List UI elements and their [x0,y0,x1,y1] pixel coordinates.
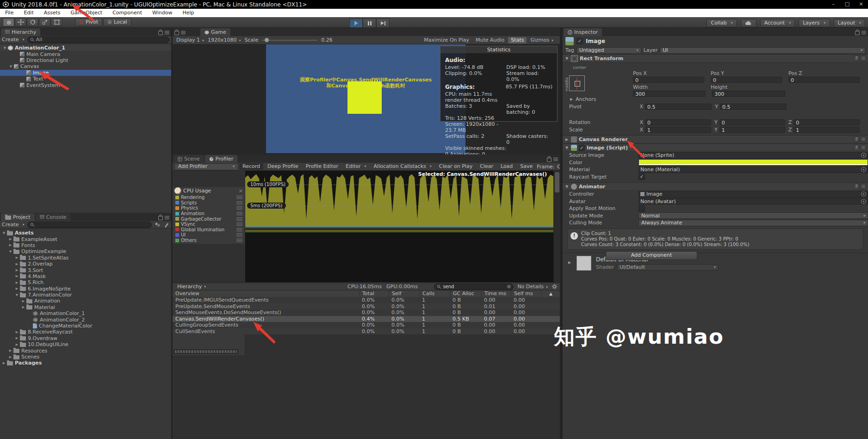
legend-drag-handle-icon[interactable] [236,217,242,221]
foldout-arrow-icon[interactable]: ▶ [20,305,26,309]
hierarchy-tree-item[interactable]: ▼ Canvas [0,63,171,69]
scrollbar-thumb[interactable] [555,172,559,192]
project-create-button[interactable]: Create [2,222,25,228]
hierarchy-tree-item[interactable]: Main Camera [0,51,171,57]
foldout-arrow-icon[interactable]: ▼ [564,56,569,61]
display-dropdown[interactable]: Display 1 [176,37,204,43]
resolution-dropdown[interactable]: 1920x1080 [208,37,241,43]
col-self[interactable]: Self [389,291,419,297]
foldout-arrow-icon[interactable]: ▼ [8,65,14,68]
object-picker-icon[interactable] [861,199,866,204]
project-tree-item[interactable]: ▶ 1.SetSpriteAtlas [0,255,171,261]
close-icon[interactable]: × [239,188,243,194]
project-tree-item[interactable]: ▶ Animation [0,298,171,304]
foldout-arrow-icon[interactable]: ▶ [14,256,20,260]
pause-button[interactable] [363,19,376,28]
panel-menu-icon[interactable] [862,31,866,35]
pos-z-field[interactable]: 0 [788,77,860,83]
maximize-button[interactable]: □ [840,0,854,9]
col-gc-alloc[interactable]: GC Alloc [450,291,481,297]
foldout-arrow-icon[interactable]: ▶ [14,281,20,284]
cpu-legend-item[interactable]: Others [175,238,245,243]
foldout-arrow-icon[interactable]: ▼ [564,185,569,189]
legend-drag-handle-icon[interactable] [236,206,242,210]
shader-dropdown[interactable]: UI/Default [617,264,719,271]
foldout-arrow-icon[interactable]: ▶ [14,336,20,340]
legend-drag-handle-icon[interactable] [236,233,242,236]
cpu-legend-item[interactable]: Scripts [175,200,245,206]
legend-horizontal-scrollbar[interactable] [174,349,238,354]
hierarchy-tree-item[interactable]: EventSystem [0,82,171,88]
pos-y-field[interactable]: 0 [711,77,782,83]
material-field[interactable]: None (Material) [639,167,868,173]
game-view-toggle-button[interactable]: Maximize On Play [421,37,472,43]
rotation-z-field[interactable]: 0 [794,119,860,125]
project-search-field[interactable] [27,222,152,228]
lock-icon[interactable] [174,31,179,35]
cloud-button[interactable] [741,19,756,27]
raycast-target-checkbox[interactable]: ✓ [639,173,645,180]
step-button[interactable] [376,19,390,28]
avatar-field[interactable]: None (Avatar) [639,198,868,204]
tab-hierarchy[interactable]: Hierarchy [1,28,40,36]
help-icon[interactable]: ? [854,145,859,150]
tab-project[interactable]: Project [1,213,35,221]
col-overview[interactable]: Overview [173,291,359,297]
details-view-dropdown[interactable]: No Details [517,284,548,290]
update-mode-dropdown[interactable]: Normal [639,212,868,219]
project-tree-item[interactable]: AnimationColor_2 [0,316,171,322]
pivot-y-field[interactable]: 0.5 [720,104,787,110]
hierarchy-search-scope[interactable]: All [36,37,43,43]
project-tree-item[interactable]: ▶ Scenes [0,354,171,360]
profiler-table-row[interactable]: Canvas.SendWillRenderCanvases() 0.4% 0.0… [173,316,560,322]
project-tree-item[interactable]: ▶ 3.Sort [0,267,171,273]
panel-menu-icon[interactable] [165,216,169,220]
pos-x-field[interactable]: 0 [633,77,704,83]
profiler-toolbar-button[interactable]: Load [497,163,516,170]
asset-type-icon[interactable] [164,222,169,228]
foldout-arrow-icon[interactable]: ▶ [20,299,26,303]
hierarchy-tree-item[interactable]: Directional Light [0,57,171,63]
scale-y-field[interactable]: 1 [719,127,786,133]
asset-labels-icon[interactable] [155,222,161,228]
tab-inspector[interactable]: Inspector [564,28,602,36]
anchor-preset-widget[interactable] [569,75,585,91]
foldout-arrow-icon[interactable]: ▶ [7,355,13,359]
play-button[interactable] [349,19,363,28]
apply-root-motion-checkbox[interactable] [639,205,645,212]
tab-scene[interactable]: Scene [174,155,204,163]
active-checkbox[interactable]: ✓ [577,38,583,44]
cpu-legend-item[interactable]: Rendering [175,195,245,200]
profiler-toolbar-button[interactable]: Editor [342,163,370,170]
layout-dropdown[interactable]: Layout [834,19,865,27]
object-picker-icon[interactable] [861,192,866,197]
gear-icon[interactable]: ⁙ [861,136,866,142]
gear-icon[interactable]: ⁙ [861,145,866,150]
rotate-tool-button[interactable] [27,18,38,26]
account-dropdown[interactable]: Account [760,19,795,27]
project-tree-item[interactable]: ▼ 7.AnimationColor [0,292,171,298]
lock-icon[interactable] [547,158,552,162]
foldout-arrow-icon[interactable]: ▼ [2,46,8,50]
hierarchy-create-button[interactable]: Create [2,37,25,43]
project-tree-item[interactable]: ▶ Material [0,304,171,310]
menu-item[interactable]: Help [177,9,199,17]
rotation-x-field[interactable]: 0 [645,119,711,125]
tab-console[interactable]: Console [36,213,71,221]
foldout-arrow-icon[interactable]: ▶ [7,237,13,241]
project-tree-item[interactable]: ▶ 6.ImageNoSprite [0,286,171,292]
menu-item[interactable]: Window [147,9,177,17]
rendering-chart[interactable] [245,230,553,282]
canvas-renderer-header[interactable]: ▶ Canvas Renderer ?⁙ [563,135,868,143]
legend-drag-handle-icon[interactable] [236,196,242,199]
cpu-legend-item[interactable]: GarbageCollector [175,216,245,222]
collab-dropdown[interactable]: Collab [707,19,737,27]
project-tree-item[interactable]: ▶ 4.Mask [0,273,171,279]
game-view-toggle-button[interactable]: Mute Audio [473,37,507,43]
project-tree-item[interactable]: ▼ Assets [0,230,171,236]
source-image-field[interactable]: None (Sprite) [639,152,868,159]
anchors-foldout-icon[interactable]: ▶ [569,97,574,101]
project-tree-item[interactable]: ▶ ExampleAsset [0,236,171,242]
menu-item[interactable]: File [0,9,19,17]
hand-tool-button[interactable] [3,18,14,26]
